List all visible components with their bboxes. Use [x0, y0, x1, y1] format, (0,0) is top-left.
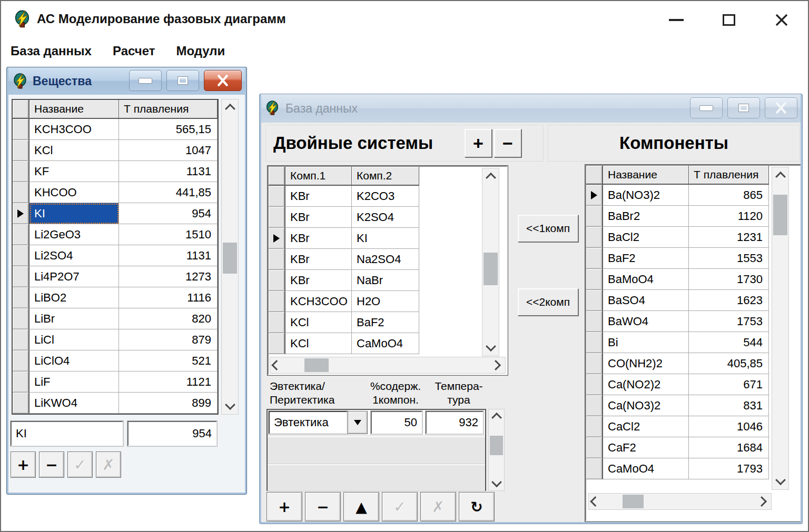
grid-cell[interactable]: Bi: [603, 332, 689, 353]
grid-cell[interactable]: KBr: [285, 249, 352, 270]
add-record-button[interactable]: +: [267, 492, 302, 521]
grid-cell[interactable]: LiKWO4: [29, 393, 119, 414]
grid-cell[interactable]: 1273: [119, 266, 218, 287]
grid-cell[interactable]: 405,85: [689, 353, 769, 374]
grid-cell[interactable]: LiClO4: [29, 350, 119, 372]
add-record-button[interactable]: +: [11, 451, 36, 478]
grid-cell[interactable]: KBr: [285, 186, 352, 207]
grid-cell[interactable]: 521: [119, 350, 218, 372]
delete-record-button[interactable]: −: [39, 451, 64, 478]
empty-row[interactable]: [268, 436, 485, 464]
cancel-edit-button[interactable]: ✗: [96, 451, 121, 478]
grid-cell[interactable]: KCH3COO: [285, 291, 352, 312]
scroll-left-button[interactable]: [270, 357, 286, 373]
grid-cell[interactable]: 1131: [119, 245, 218, 266]
grid-cell[interactable]: BaCl2: [603, 227, 689, 248]
eutectic-dropdown-button[interactable]: [348, 411, 368, 434]
scrollbar-track[interactable]: [605, 494, 755, 509]
scrollbar-track[interactable]: [772, 183, 788, 474]
substances-minimize-button[interactable]: [129, 70, 162, 91]
grid-cell[interactable]: K2CO3: [352, 186, 419, 207]
grid-cell[interactable]: LiCl: [29, 329, 119, 350]
scroll-right-button[interactable]: [489, 357, 505, 373]
refresh-button[interactable]: ↻: [459, 492, 495, 521]
grid-cell[interactable]: CaCl2: [603, 416, 689, 437]
grid-cell[interactable]: 820: [119, 308, 218, 329]
scrollbar-track[interactable]: [489, 423, 504, 477]
grid-cell[interactable]: 954: [119, 203, 218, 224]
systems-add-button[interactable]: +: [465, 129, 492, 157]
scrollbar-thumb[interactable]: [623, 495, 644, 508]
database-minimize-button[interactable]: [690, 97, 723, 118]
scroll-up-button[interactable]: [482, 168, 499, 184]
grid-cell[interactable]: KI: [29, 203, 119, 224]
maximize-button[interactable]: [712, 6, 746, 34]
grid-cell[interactable]: 1510: [119, 224, 218, 245]
temperature-field[interactable]: 932: [426, 411, 484, 434]
close-button[interactable]: [765, 6, 798, 34]
grid-cell[interactable]: 1730: [689, 269, 769, 290]
minimize-button[interactable]: [659, 6, 693, 34]
scroll-up-button[interactable]: [772, 167, 788, 183]
substances-close-button[interactable]: [204, 70, 242, 91]
menu-item-database[interactable]: База данных: [11, 44, 92, 58]
grid-cell[interactable]: 544: [689, 332, 769, 353]
scroll-down-button[interactable]: [482, 340, 499, 356]
scroll-right-button[interactable]: [755, 494, 771, 509]
grid-cell[interactable]: KCH3COO: [29, 119, 119, 140]
substances-maximize-button[interactable]: [166, 70, 199, 91]
grid-cell[interactable]: CaF2: [603, 437, 689, 458]
substance-temp-input[interactable]: 954: [127, 421, 217, 446]
grid-cell[interactable]: 565,15: [119, 119, 218, 140]
grid-cell[interactable]: LiBO2: [29, 287, 119, 308]
scrollbar-thumb[interactable]: [773, 195, 787, 235]
substance-name-input[interactable]: KI: [11, 421, 123, 446]
grid-cell[interactable]: 879: [119, 329, 218, 350]
database-close-button[interactable]: [765, 97, 797, 118]
grid-cell[interactable]: BaF2: [352, 312, 419, 333]
menu-item-modules[interactable]: Модули: [176, 44, 225, 58]
grid-cell[interactable]: KHCOO: [29, 182, 119, 203]
grid-cell[interactable]: KCl: [285, 312, 352, 333]
grid-cell[interactable]: 1047: [119, 140, 218, 161]
grid-cell[interactable]: 1120: [689, 206, 769, 227]
scrollbar-track[interactable]: [482, 184, 499, 340]
grid-cell[interactable]: Li2SO4: [29, 245, 119, 266]
scrollbar-thumb[interactable]: [490, 436, 503, 455]
transfer-1comp-button[interactable]: <<1комп: [518, 215, 578, 242]
grid-cell[interactable]: KBr: [285, 228, 352, 249]
grid-cell[interactable]: BaF2: [603, 248, 689, 269]
edit-record-button[interactable]: ▲: [343, 492, 379, 521]
scrollbar-thumb[interactable]: [304, 358, 329, 372]
grid-cell[interactable]: 1046: [689, 416, 769, 437]
grid-cell[interactable]: KI: [352, 228, 419, 249]
grid-cell[interactable]: 1131: [119, 161, 218, 182]
grid-cell[interactable]: 1793: [689, 458, 769, 479]
scroll-down-button[interactable]: [489, 477, 504, 490]
grid-cell[interactable]: 1553: [689, 248, 769, 269]
grid-cell[interactable]: BaBr2: [603, 206, 689, 227]
percent-field[interactable]: 50: [371, 411, 422, 434]
grid-cell[interactable]: CaMoO4: [603, 458, 689, 479]
grid-cell[interactable]: KCl: [285, 333, 352, 354]
grid-cell[interactable]: K2SO4: [352, 207, 419, 228]
grid-cell[interactable]: CaMoO4: [352, 333, 419, 354]
scrollbar-track[interactable]: [222, 115, 238, 398]
scroll-down-button[interactable]: [222, 398, 238, 414]
grid-cell[interactable]: KF: [29, 161, 119, 182]
scroll-up-button[interactable]: [489, 409, 504, 423]
grid-cell[interactable]: BaMoO4: [603, 269, 689, 290]
grid-cell[interactable]: BaSO4: [603, 290, 689, 311]
scroll-up-button[interactable]: [222, 99, 238, 115]
grid-cell[interactable]: KBr: [285, 207, 352, 228]
delete-record-button[interactable]: −: [305, 492, 341, 521]
grid-cell[interactable]: Ca(NO3)2: [603, 395, 689, 416]
grid-cell[interactable]: BaWO4: [603, 311, 689, 332]
post-edit-button[interactable]: ✓: [67, 451, 93, 478]
grid-cell[interactable]: 865: [689, 185, 769, 206]
grid-cell[interactable]: 1753: [689, 311, 769, 332]
scrollbar-thumb[interactable]: [484, 253, 498, 285]
grid-cell[interactable]: LiBr: [29, 308, 119, 329]
grid-cell[interactable]: Li4P2O7: [29, 266, 119, 287]
grid-cell[interactable]: 1684: [689, 437, 769, 458]
